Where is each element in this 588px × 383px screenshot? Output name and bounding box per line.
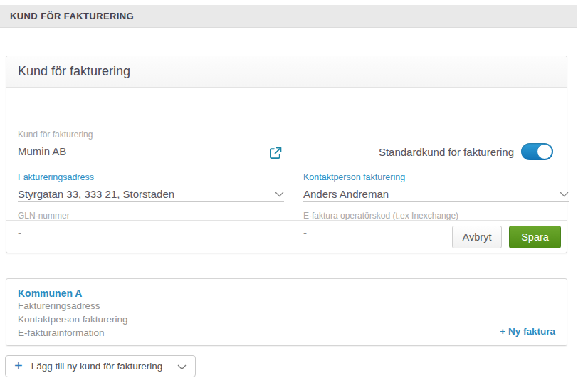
page: KUND FÖR FAKTURERING Kund för fakturerin… <box>0 0 588 383</box>
contact-person-value: Anders Andreman <box>303 188 389 200</box>
new-invoice-link[interactable]: + Ny faktura <box>500 326 555 337</box>
default-customer-toggle-label: Standardkund för fakturering <box>379 146 514 158</box>
summary-row-billing-address: Faktureringsadress <box>18 300 555 313</box>
billing-address-select[interactable]: Styrgatan 33, 333 21, Storstaden <box>18 186 284 202</box>
open-customer-icon[interactable] <box>269 147 282 159</box>
form-card-footer: Avbryt Spara <box>6 220 567 253</box>
section-header: KUND FÖR FAKTURERING <box>0 5 577 28</box>
external-link-icon <box>269 147 282 159</box>
chevron-down-icon <box>177 360 187 373</box>
form-card-title: Kund för fakturering <box>6 64 130 79</box>
toggle-knob <box>537 144 552 159</box>
customer-input[interactable]: Mumin AB <box>18 143 261 159</box>
contact-person-label: Kontaktperson fakturering <box>303 172 569 183</box>
billing-address-value: Styrgatan 33, 333 21, Storstaden <box>18 188 174 200</box>
summary-row-contact-person: Kontaktperson fakturering <box>18 313 555 326</box>
chevron-down-icon <box>560 187 569 200</box>
billing-customer-summary-card: Kommunen A Faktureringsadress Kontaktper… <box>6 278 567 346</box>
customer-name-link[interactable]: Kommunen A <box>18 288 555 299</box>
save-button[interactable]: Spara <box>509 226 561 248</box>
customer-field-group: Kund för fakturering Mumin AB <box>18 129 261 159</box>
cancel-button[interactable]: Avbryt <box>452 226 502 248</box>
invoice-customer-form-card: Kund för fakturering Kund för fakturerin… <box>6 56 567 253</box>
add-billing-customer-button[interactable]: + Lägg till ny kund för fakturering <box>5 355 196 377</box>
form-card-body: Kund för fakturering Mumin AB Standardku… <box>6 88 567 221</box>
add-billing-customer-label: Lägg till ny kund för fakturering <box>31 361 169 372</box>
form-card-header: Kund för fakturering <box>6 56 567 88</box>
default-customer-toggle[interactable] <box>521 143 553 160</box>
contact-person-group: Kontaktperson fakturering Anders Andrema… <box>303 172 569 202</box>
customer-input-value: Mumin AB <box>18 145 66 157</box>
plus-icon: + <box>14 359 23 373</box>
default-customer-toggle-row: Standardkund för fakturering <box>303 142 553 162</box>
billing-address-label: Faktureringsadress <box>18 172 284 183</box>
billing-address-group: Faktureringsadress Styrgatan 33, 333 21,… <box>18 172 284 202</box>
summary-row-einvoice-info: E-fakturainformation <box>18 327 555 340</box>
contact-person-select[interactable]: Anders Andreman <box>303 186 569 202</box>
section-header-title: KUND FÖR FAKTURERING <box>0 11 134 21</box>
chevron-down-icon <box>275 187 284 200</box>
customer-field-label: Kund för fakturering <box>18 129 261 140</box>
